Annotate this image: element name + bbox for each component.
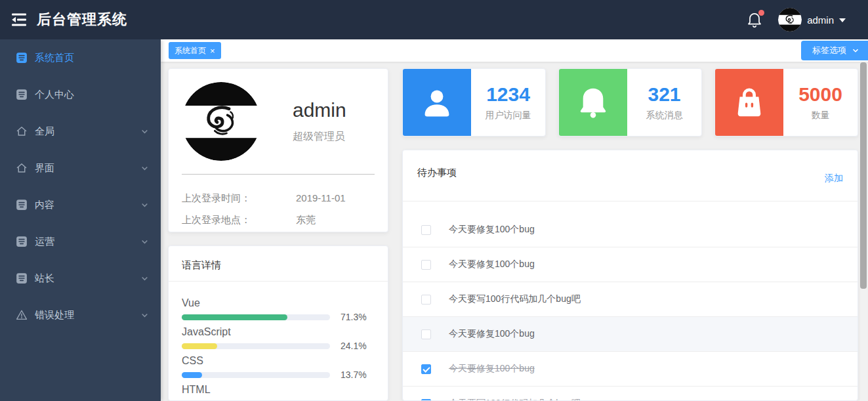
user-menu[interactable]: admin [778,8,846,32]
tabs-bar: 系统首页 × 标签选项 [161,39,868,62]
todo-text: 今天要修复100个bug [449,328,535,340]
todo-item: 今天要修复100个bug [403,352,858,387]
todo-item: 今天要修复100个bug [403,213,858,247]
app-title: 后台管理系统 [37,10,127,30]
last-login-time-value: 2019-11-01 [296,190,346,206]
stat-value: 321 [648,84,680,105]
chevron-down-icon [140,164,149,173]
stats-row: 1234 用户访问量 321 系统消息 [402,68,858,137]
stat-card-visits[interactable]: 1234 用户访问量 [402,68,546,137]
collapse-menu-icon[interactable] [10,12,28,27]
document-icon [16,236,28,247]
tab-dashboard[interactable]: 系统首页 × [169,42,221,59]
language-name: Vue [182,297,375,310]
dashboard-icon [16,52,28,64]
divider [182,174,375,175]
sidebar-item-webmaster[interactable]: 站长 [0,260,161,297]
username-label: admin [807,14,834,26]
progress-bar [182,314,330,320]
last-login-time-label: 上次登录时间： [182,190,296,206]
progress-bar [182,372,330,378]
notification-bell-icon[interactable] [747,11,762,28]
sidebar-item-label: 运营 [35,236,54,248]
progress-bar [182,343,330,349]
language-row: HTML 5.9% [182,383,375,401]
sidebar-item-global[interactable]: 全局 [0,113,161,150]
progress-percent: 71.3% [341,312,375,322]
todo-item: 今天要修复100个bug [403,247,858,282]
todo-text: 今天要写100行代码加几个bug吧 [449,293,581,305]
main-area: 系统首页 × 标签选项 [161,39,868,401]
app-window: 后台管理系统 [0,0,868,401]
checkbox[interactable] [421,329,431,339]
checkbox[interactable] [421,260,431,270]
language-row: CSS 13.7% [182,354,375,380]
stat-value: 1234 [486,84,530,105]
todo-text: 今天要修复100个bug [449,259,535,270]
stat-label: 用户访问量 [486,110,531,121]
chevron-down-icon [140,201,149,209]
sidebar-item-dashboard[interactable]: 系统首页 [0,39,161,76]
avatar [778,8,802,32]
avatar [182,82,260,161]
sidebar-item-label: 个人中心 [35,89,74,101]
user-icon [403,69,471,136]
stat-card-messages[interactable]: 321 系统消息 [558,68,702,137]
document-icon [16,272,28,284]
scrollbar-thumb[interactable] [860,62,867,289]
chevron-down-icon [140,238,149,246]
todo-text: 今天要修复100个bug [449,224,535,236]
sidebar-item-profile[interactable]: 个人中心 [0,76,161,113]
profile-name: admin [293,99,346,121]
chevron-down-icon [852,47,859,54]
close-icon[interactable]: × [210,47,215,55]
sidebar-item-label: 站长 [35,272,54,285]
last-login-place-label: 上次登录地点： [182,211,296,228]
user-center-icon [16,89,28,100]
progress-percent: 13.7% [341,369,375,380]
sidebar-item-label: 界面 [35,162,54,175]
language-row: Vue 71.3% [182,297,375,322]
todo-text: 今天要写100行代码加几个bug吧 [449,398,581,401]
tag-options-label: 标签选项 [812,45,846,56]
progress-percent: 5.9% [341,398,375,401]
bell-icon [559,69,627,136]
checkbox[interactable] [421,225,431,235]
todo-item: 今天要写100行代码加几个bug吧 [403,282,858,317]
todo-title: 待办事项 [417,167,457,179]
sidebar-item-label: 错误处理 [35,309,74,322]
todo-item: 今天要修复100个bug [403,317,858,352]
home-icon [16,162,28,174]
language-name: HTML [182,383,375,396]
language-detail-card: 语言详情 Vue 71.3% JavaScript [168,245,388,401]
stat-card-quantity[interactable]: 5000 数量 [714,68,858,137]
tag-options-button[interactable]: 标签选项 [801,41,868,60]
dashboard-content: admin 超级管理员 上次登录时间： 2019-11-01 上次登录地点： 东… [161,62,868,401]
sidebar-item-label: 系统首页 [35,52,74,64]
chevron-down-icon [140,274,149,283]
sidebar-item-label: 全局 [35,125,54,138]
sidebar-item-content[interactable]: 内容 [0,186,161,223]
shopping-bag-icon [715,69,783,136]
language-card-title: 语言详情 [169,246,388,282]
home-icon [16,125,28,137]
sidebar-item-error-handling[interactable]: 错误处理 [0,297,161,333]
stat-value: 5000 [798,84,842,105]
checkbox[interactable] [421,399,431,401]
checkbox[interactable] [421,364,431,374]
chevron-down-icon [140,127,149,136]
language-name: JavaScript [182,326,375,339]
top-header-bar: 后台管理系统 [0,0,868,39]
chevron-down-icon [839,18,846,26]
todo-item: 今天要写100行代码加几个bug吧 [403,387,858,401]
language-row: JavaScript 24.1% [182,326,375,351]
sidebar-item-label: 内容 [35,199,54,211]
todo-add-link[interactable]: 添加 [825,173,843,184]
stat-label: 数量 [812,110,830,121]
stat-label: 系统消息 [646,110,683,121]
todo-text: 今天要修复100个bug [449,363,535,375]
sidebar-item-interface[interactable]: 界面 [0,150,161,186]
checkbox[interactable] [421,295,431,305]
profile-card: admin 超级管理员 上次登录时间： 2019-11-01 上次登录地点： 东… [168,68,388,232]
sidebar-item-operations[interactable]: 运营 [0,223,161,260]
